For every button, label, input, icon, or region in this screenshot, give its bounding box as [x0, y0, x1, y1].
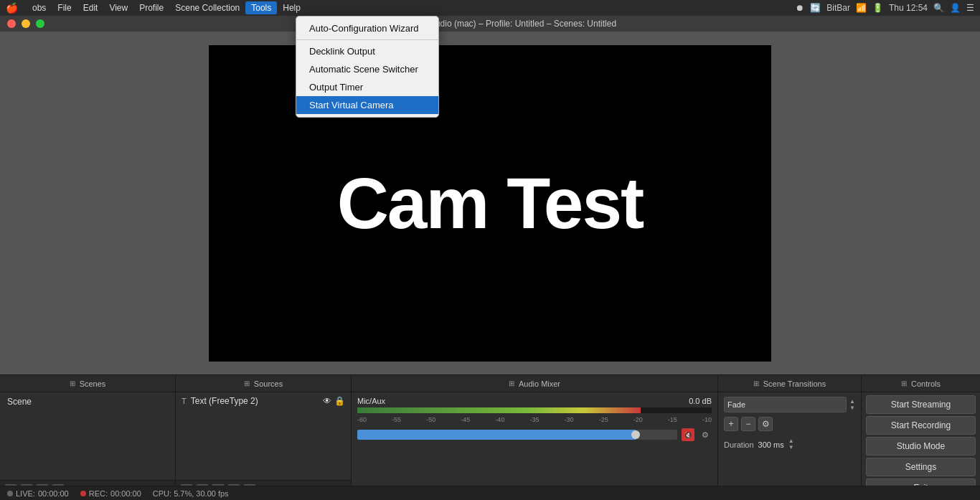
scene-transitions-panel: Fade ▲ ▼ + − ⚙ Duration 300 ms ▲	[718, 392, 862, 500]
scenes-header-label: Scenes	[80, 379, 106, 388]
menu-view[interactable]: View	[103, 1, 133, 14]
duration-row: Duration 300 ms ▲ ▼	[724, 438, 855, 451]
duration-arrow-up[interactable]: ▲	[788, 438, 794, 444]
avatar-icon[interactable]: 👤	[950, 3, 961, 13]
transition-remove-button[interactable]: −	[741, 417, 755, 431]
menu-item-output-timer[interactable]: Output Timer	[296, 78, 438, 96]
duration-label: Duration	[724, 440, 754, 449]
source-type-icon: T	[182, 397, 187, 405]
scene-item[interactable]: Scene	[0, 392, 175, 411]
audio-panel-header: ⊞ Audio Mixer	[352, 375, 718, 392]
menu-toggle-icon[interactable]: ☰	[966, 3, 974, 13]
volume-slider[interactable]	[357, 430, 677, 440]
audio-meter-bar	[357, 407, 641, 413]
apple-menu[interactable]: 🍎	[6, 2, 18, 14]
tools-dropdown: Auto-Configuration Wizard Decklink Outpu…	[296, 16, 439, 118]
source-visibility-icon[interactable]: 👁	[323, 396, 331, 406]
cam-test-text: Cam Test	[337, 162, 644, 245]
transition-arrow-up[interactable]: ▲	[849, 399, 855, 405]
clock: Thu 12:54	[889, 3, 928, 13]
panel-content: Scene + − ▲ ▼ T Text (FreeType 2) 👁 🔒	[0, 392, 980, 500]
search-icon[interactable]: 🔍	[933, 3, 944, 13]
audio-track-header: Mic/Aux 0.0 dB	[357, 397, 712, 405]
menu-help[interactable]: Help	[277, 1, 306, 14]
menu-item-decklink[interactable]: Decklink Output	[296, 42, 438, 60]
transitions-panel-header: ⊞ Scene Transitions	[718, 375, 862, 392]
traffic-light-yellow[interactable]	[22, 19, 30, 28]
menu-scene-collection[interactable]: Scene Collection	[169, 1, 245, 14]
menu-file[interactable]: File	[52, 1, 77, 14]
screen-record-icon: ⏺	[796, 3, 804, 13]
bitbar-label: BitBar	[826, 3, 850, 13]
preview-canvas: Cam Test	[209, 45, 771, 362]
bottom-panel: ⊞ Scenes ⊞ Sources ⊞ Audio Mixer ⊞ Scene…	[0, 374, 980, 500]
menubar: 🍎 obs File Edit View Profile Scene Colle…	[0, 0, 980, 16]
live-indicator	[7, 491, 13, 496]
scenes-panel-header: ⊞ Scenes	[0, 375, 176, 392]
menu-item-auto-config[interactable]: Auto-Configuration Wizard	[296, 19, 438, 37]
transition-add-button[interactable]: +	[724, 417, 738, 431]
traffic-light-green[interactable]	[36, 19, 44, 28]
start-streaming-button[interactable]: Start Streaming	[866, 395, 976, 414]
transition-arrows: ▲ ▼	[849, 399, 855, 411]
mute-button[interactable]: 🔇	[682, 428, 694, 441]
menu-tools[interactable]: Tools	[245, 1, 277, 14]
audio-meter	[357, 407, 712, 413]
audio-track-name: Mic/Aux	[357, 397, 385, 405]
transitions-header-label: Scene Transitions	[763, 379, 826, 388]
transitions-header-icon: ⊞	[753, 379, 759, 387]
scenes-panel: Scene + − ▲ ▼	[0, 392, 176, 500]
menu-edit[interactable]: Edit	[77, 1, 104, 14]
studio-mode-button[interactable]: Studio Mode	[866, 437, 976, 456]
start-recording-button[interactable]: Start Recording	[866, 416, 976, 435]
controls-panel: Start Streaming Start Recording Studio M…	[862, 392, 980, 500]
source-item-label: Text (FreeType 2)	[191, 396, 258, 406]
audio-meter-scale: -60 -55 -50 -45 -40 -35 -30 -25 -20 -15 …	[357, 416, 712, 423]
audio-track-db: 0.0 dB	[689, 397, 712, 405]
duration-arrow-down[interactable]: ▼	[788, 445, 794, 451]
traffic-light-red[interactable]	[7, 19, 16, 28]
transition-controls-row: + − ⚙	[724, 417, 855, 431]
volume-knob[interactable]	[631, 430, 640, 439]
dropdown-separator	[296, 39, 438, 40]
menu-item-auto-scene[interactable]: Automatic Scene Switcher	[296, 60, 438, 78]
settings-button[interactable]: Settings	[866, 458, 976, 476]
audio-controls-row: 🔇 ⚙	[357, 428, 712, 441]
cpu-stats: CPU: 5.7%, 30.00 fps	[153, 489, 229, 498]
battery-icon: 🔋	[872, 3, 883, 13]
sources-header-icon: ⊞	[244, 379, 250, 387]
status-rec: REC: 00:00:00	[80, 489, 141, 498]
audio-header-icon: ⊞	[509, 379, 514, 387]
sources-panel-header: ⊞ Sources	[176, 375, 352, 392]
controls-panel-header: ⊞ Controls	[862, 375, 980, 392]
menu-profile[interactable]: Profile	[133, 1, 169, 14]
audio-settings-button[interactable]: ⚙	[699, 428, 712, 441]
live-label: LIVE:	[16, 489, 35, 498]
transition-settings-button[interactable]: ⚙	[758, 417, 773, 431]
duration-value: 300 ms	[758, 440, 784, 449]
audio-header-label: Audio Mixer	[519, 379, 560, 388]
rec-indicator	[80, 491, 86, 496]
audio-mixer-panel: Mic/Aux 0.0 dB -60 -55 -50 -45 -40 -35 -…	[352, 392, 718, 500]
menubar-right: ⏺ 🔄 BitBar 📶 🔋 Thu 12:54 🔍 👤 ☰	[796, 3, 974, 13]
controls-header-label: Controls	[911, 379, 941, 388]
rec-label: REC:	[89, 489, 108, 498]
main-area: Cam Test ⊞ Scenes ⊞ Sources ⊞ Audio Mixe…	[0, 32, 980, 500]
controls-header-icon: ⊞	[901, 379, 907, 387]
source-item[interactable]: T Text (FreeType 2) 👁 🔒	[176, 392, 351, 410]
statusbar: LIVE: 00:00:00 REC: 00:00:00 CPU: 5.7%, …	[0, 486, 980, 500]
sources-panel: T Text (FreeType 2) 👁 🔒 + − ⚙ ▲ ▼	[176, 392, 352, 500]
panel-headers: ⊞ Scenes ⊞ Sources ⊞ Audio Mixer ⊞ Scene…	[0, 374, 980, 392]
source-lock-icon[interactable]: 🔒	[334, 396, 345, 406]
menu-item-virtual-camera[interactable]: Start Virtual Camera	[296, 96, 438, 114]
rec-time: 00:00:00	[110, 489, 141, 498]
titlebar: OBS Studio (mac) – Profile: Untitled – S…	[0, 16, 980, 32]
status-live: LIVE: 00:00:00	[7, 489, 69, 498]
transition-select-row: Fade ▲ ▼	[724, 397, 855, 412]
audio-track-micaux: Mic/Aux 0.0 dB -60 -55 -50 -45 -40 -35 -…	[357, 397, 712, 441]
menu-obs[interactable]: obs	[27, 1, 52, 14]
preview-area: Cam Test	[0, 32, 980, 374]
duration-arrows: ▲ ▼	[788, 438, 794, 451]
transition-select[interactable]: Fade	[724, 397, 847, 412]
transition-arrow-down[interactable]: ▼	[849, 405, 855, 411]
